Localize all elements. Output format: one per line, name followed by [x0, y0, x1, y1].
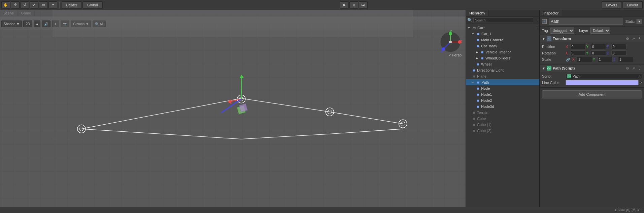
- cube-icon: ◼: [471, 122, 476, 127]
- path-script-info-icon[interactable]: ↗: [631, 66, 636, 71]
- arrow-right-icon: ▶: [475, 56, 479, 60]
- scale-y-input[interactable]: [598, 57, 613, 62]
- scene-view[interactable]: Scene Game Shaded ▼ 2D ● 🔊 ✦ 📷 Gizmos ▼ …: [0, 10, 466, 207]
- hierarchy-item-label: Path: [481, 80, 489, 84]
- transform-component: ▼ ⊹ Transform ⚙ ↗ ⋮ Position X Y: [540, 35, 644, 65]
- cube-icon: ◼: [471, 128, 476, 133]
- transform-header[interactable]: ▼ ⊹ Transform ⚙ ↗ ⋮: [540, 35, 644, 42]
- hierarchy-more-btn[interactable]: ⋮: [534, 18, 538, 23]
- rot-z-input[interactable]: [611, 50, 626, 56]
- hierarchy-item-label: WheelColliders: [485, 56, 510, 60]
- hierarchy-panel: Hierarchy 🔍 ⋮ ▼ 🎮 Car* ⋮ ▼ ◼ Car_1 ◼: [466, 10, 540, 207]
- svg-point-33: [442, 47, 445, 51]
- hierarchy-item-label: Car*: [477, 26, 485, 30]
- cube-icon: ◼: [471, 116, 476, 121]
- hierarchy-item-wheel[interactable]: ◼ Wheel: [466, 61, 539, 67]
- step-btn[interactable]: ⏭: [359, 1, 368, 9]
- hierarchy-item-main-camera[interactable]: ◼ Main Camera: [466, 37, 539, 43]
- inspector-tab[interactable]: Inspector: [540, 10, 562, 16]
- layer-select[interactable]: Default: [590, 28, 610, 34]
- global-btn[interactable]: Global: [82, 1, 103, 9]
- scale-x-label: X: [572, 58, 576, 61]
- add-component-btn[interactable]: Add Component: [542, 90, 642, 98]
- svg-line-4: [330, 112, 403, 124]
- hierarchy-item-plane[interactable]: ◼ Plane: [466, 73, 539, 79]
- hierarchy-item-terrain[interactable]: ◼ Terrain: [466, 110, 539, 116]
- hierarchy-item-node3d[interactable]: ◼ Node3d: [466, 103, 539, 110]
- rot-z-label: Z: [607, 51, 611, 55]
- watermark-text: CSDN @开关949: [615, 208, 641, 213]
- hierarchy-item-cube1[interactable]: ◼ Cube (1): [466, 122, 539, 128]
- path-script-arrow: ▼: [542, 67, 545, 70]
- transform-settings-icon[interactable]: ⚙: [625, 37, 630, 41]
- rect-tool-btn[interactable]: ▭: [39, 1, 48, 9]
- pos-z-label: Z: [607, 45, 611, 49]
- hand-tool-btn[interactable]: ✋: [1, 1, 10, 9]
- move-tool-btn[interactable]: ✛: [11, 1, 20, 9]
- rot-x-label: X: [566, 51, 570, 55]
- svg-marker-17: [240, 75, 244, 78]
- static-label: Static: [625, 19, 635, 24]
- pos-z-input[interactable]: [611, 44, 626, 49]
- hierarchy-tab[interactable]: Hierarchy: [466, 10, 489, 16]
- rot-y-input[interactable]: [591, 50, 606, 56]
- svg-point-32: [458, 40, 461, 44]
- hierarchy-item-car1[interactable]: ▼ ◼ Car_1: [466, 31, 539, 37]
- arrow-down-icon: ▼: [471, 81, 475, 84]
- color-arrow-icon[interactable]: ↗: [639, 81, 642, 85]
- hierarchy-item-label: Node1: [481, 92, 492, 96]
- hierarchy-item-cube[interactable]: ◼ Cube: [466, 116, 539, 122]
- pause-btn[interactable]: ⏸: [349, 1, 358, 9]
- rot-y-label: Y: [586, 51, 590, 55]
- goto-script-btn[interactable]: ↗: [638, 75, 640, 78]
- path-script-component: ▼ C# Path (Script) ⚙ ↗ ⋮ Script C# Path …: [540, 65, 644, 88]
- scene-gizmo[interactable]: Y X Z: [439, 30, 462, 54]
- arrow-right-icon: ▶: [475, 50, 479, 54]
- hierarchy-item-node1[interactable]: ◼ Node1: [466, 91, 539, 97]
- hierarchy-item-wheel-colliders[interactable]: ▶ ◼ WheelColliders: [466, 55, 539, 61]
- pos-y-label: Y: [586, 45, 590, 49]
- transform-info-icon[interactable]: ↗: [631, 37, 636, 41]
- static-dropdown[interactable]: ▼: [637, 19, 642, 24]
- hierarchy-item-cube2[interactable]: ◼ Cube (2): [466, 128, 539, 134]
- path-script-menu-icon[interactable]: ⋮: [637, 66, 642, 71]
- rot-x-input[interactable]: [570, 50, 585, 56]
- hierarchy-item-node[interactable]: ◼ Node: [466, 85, 539, 91]
- object-name-input[interactable]: [549, 18, 623, 25]
- layers-btn[interactable]: Layers: [602, 1, 622, 9]
- path-script-header[interactable]: ▼ C# Path (Script) ⚙ ↗ ⋮: [540, 65, 644, 72]
- scale-tool-btn[interactable]: ⤢: [30, 1, 38, 9]
- hierarchy-item-label: Car_1: [481, 32, 492, 36]
- mesh-icon: ◼: [475, 86, 480, 91]
- object-active-checkbox[interactable]: ✓: [542, 19, 547, 24]
- svg-line-6: [241, 134, 330, 139]
- transform-icon: ⊹: [547, 36, 551, 41]
- transform-menu-icon[interactable]: ⋮: [637, 37, 642, 41]
- scale-link-icon[interactable]: 🔗: [566, 57, 570, 62]
- hierarchy-item-car-body[interactable]: ◼ Car_body: [466, 43, 539, 49]
- svg-line-2: [81, 98, 241, 129]
- hierarchy-item-car-root[interactable]: ▼ 🎮 Car* ⋮: [466, 25, 539, 31]
- transform-tool-btn[interactable]: ✦: [48, 1, 57, 9]
- hierarchy-more-icon[interactable]: ⋮: [534, 26, 538, 30]
- cube-icon: ◼: [476, 32, 480, 36]
- toolbar-pivot-group: Center Global: [62, 1, 103, 9]
- hierarchy-item-node2[interactable]: ◼ Node2: [466, 97, 539, 103]
- scale-x-input[interactable]: [577, 57, 592, 62]
- hierarchy-search-input[interactable]: [473, 17, 533, 23]
- path-script-settings-icon[interactable]: ⚙: [625, 66, 630, 71]
- hierarchy-item-path[interactable]: ▼ ◼ Path: [466, 79, 539, 85]
- hierarchy-item-label: Main Camera: [481, 38, 503, 42]
- script-label: Script: [542, 74, 566, 78]
- pos-y-input[interactable]: [591, 44, 606, 49]
- line-color-swatch[interactable]: [566, 80, 639, 85]
- pos-x-input[interactable]: [570, 44, 585, 49]
- pivot-btn[interactable]: Center: [62, 1, 82, 9]
- tag-select[interactable]: Untagged: [550, 28, 574, 34]
- rotate-tool-btn[interactable]: ↺: [20, 1, 29, 9]
- play-btn[interactable]: ▶: [340, 1, 349, 9]
- hierarchy-item-vehicle-interior[interactable]: ▶ ◼ Vehicle_interior: [466, 49, 539, 55]
- scale-z-input[interactable]: [618, 57, 633, 62]
- layout-btn[interactable]: Layout: [622, 1, 643, 9]
- hierarchy-item-dir-light[interactable]: ◼ Directional Light: [466, 67, 539, 73]
